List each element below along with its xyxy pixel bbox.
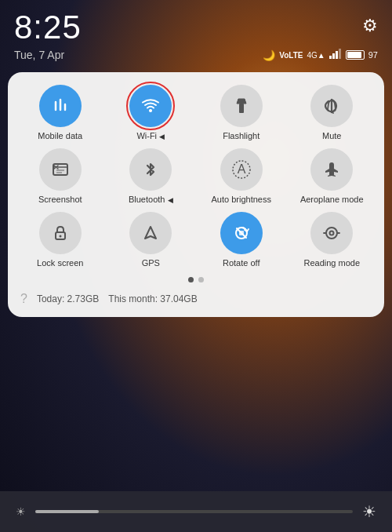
quick-item-mobile-data[interactable]: Mobile data xyxy=(17,85,103,140)
signal-icon: 4G▲ xyxy=(307,51,325,60)
quick-item-auto-brightness[interactable]: A Auto brightness xyxy=(198,148,285,204)
brightness-high-icon: ☀ xyxy=(362,502,376,521)
flashlight-label: Flashlight xyxy=(223,131,260,140)
quick-item-aeroplane[interactable]: Aeroplane mode xyxy=(289,148,376,204)
flashlight-button[interactable] xyxy=(220,85,263,127)
rotate-off-button[interactable] xyxy=(220,212,263,254)
svg-point-24 xyxy=(330,231,334,235)
reading-mode-label: Reading mode xyxy=(303,258,360,268)
date-display: Tue, 7 Apr xyxy=(14,49,64,61)
brightness-fill xyxy=(35,510,99,513)
svg-rect-9 xyxy=(239,104,244,113)
battery-percent: 97 xyxy=(368,50,378,60)
settings-icon[interactable]: ⚙ xyxy=(362,16,378,36)
wifi-label: Wi-Fi ◀ xyxy=(136,131,165,140)
month-data: This month: 37.04GB xyxy=(108,293,197,304)
quick-item-wifi[interactable]: Wi-Fi ◀ xyxy=(108,85,194,140)
mobile-data-button[interactable] xyxy=(39,85,82,127)
quick-item-gps[interactable]: GPS xyxy=(108,212,194,268)
data-usage-icon: ? xyxy=(20,292,27,306)
screenshot-button[interactable] xyxy=(39,148,82,191)
status-icons: 🌙 VoLTE 4G▲ 97 xyxy=(263,49,378,61)
quick-item-screenshot[interactable]: Screenshot xyxy=(17,148,103,204)
svg-point-7 xyxy=(149,109,152,112)
signal-bars-icon xyxy=(329,49,342,61)
svg-rect-3 xyxy=(339,49,341,59)
mute-label: Mute xyxy=(322,131,341,140)
auto-brightness-label: Auto brightness xyxy=(212,195,271,204)
auto-brightness-button[interactable]: A xyxy=(220,148,263,191)
volte-icon: VoLTE xyxy=(279,51,303,60)
svg-rect-12 xyxy=(53,164,67,175)
brightness-low-icon: ☀ xyxy=(16,505,26,518)
quick-item-flashlight[interactable]: Flashlight xyxy=(198,85,285,140)
screenshot-label: Screenshot xyxy=(38,195,82,204)
date-row: Tue, 7 Apr 🌙 VoLTE 4G▲ 97 xyxy=(0,47,392,69)
page-dots xyxy=(17,277,375,282)
battery-icon xyxy=(346,50,365,60)
lock-screen-button[interactable] xyxy=(39,212,82,254)
quick-grid: Mobile data Wi-Fi ◀ xyxy=(17,85,375,268)
mute-button[interactable] xyxy=(310,85,353,127)
quick-item-bluetooth[interactable]: Bluetooth ◀ xyxy=(108,148,194,204)
moon-icon: 🌙 xyxy=(263,49,275,61)
today-data: Today: 2.73GB xyxy=(37,293,99,304)
mobile-data-label: Mobile data xyxy=(38,131,82,140)
svg-point-23 xyxy=(326,228,337,239)
aeroplane-label: Aeroplane mode xyxy=(300,195,364,204)
svg-point-19 xyxy=(59,235,61,238)
data-usage-row: ? Today: 2.73GB This month: 37.04GB xyxy=(17,290,375,308)
bluetooth-label: Bluetooth ◀ xyxy=(129,195,173,204)
gps-button[interactable] xyxy=(129,212,172,254)
svg-rect-1 xyxy=(332,53,335,59)
quick-settings-panel: Mobile data Wi-Fi ◀ xyxy=(8,72,384,317)
clock: 8:25 xyxy=(14,11,82,44)
quick-item-rotate-off[interactable]: Rotate off xyxy=(198,212,285,268)
quick-item-lock-screen[interactable]: Lock screen xyxy=(17,212,103,268)
brightness-slider[interactable] xyxy=(35,510,353,513)
reading-mode-button[interactable] xyxy=(310,212,353,254)
lock-screen-label: Lock screen xyxy=(37,258,83,268)
rotate-off-label: Rotate off xyxy=(223,258,260,268)
quick-item-reading-mode[interactable]: Reading mode xyxy=(289,212,376,268)
quick-item-mute[interactable]: Mute xyxy=(289,85,376,140)
bluetooth-button[interactable] xyxy=(129,148,172,191)
svg-rect-0 xyxy=(329,56,332,59)
dot-1 xyxy=(188,277,194,282)
wifi-button[interactable] xyxy=(129,85,172,127)
aeroplane-button[interactable] xyxy=(310,148,353,191)
status-bar: 8:25 ⚙ xyxy=(0,0,392,47)
svg-marker-10 xyxy=(237,99,246,104)
svg-rect-2 xyxy=(336,51,338,59)
gps-label: GPS xyxy=(142,258,160,268)
svg-text:A: A xyxy=(237,162,245,176)
brightness-bar: ☀ ☀ xyxy=(0,491,392,532)
dot-2 xyxy=(198,277,204,282)
